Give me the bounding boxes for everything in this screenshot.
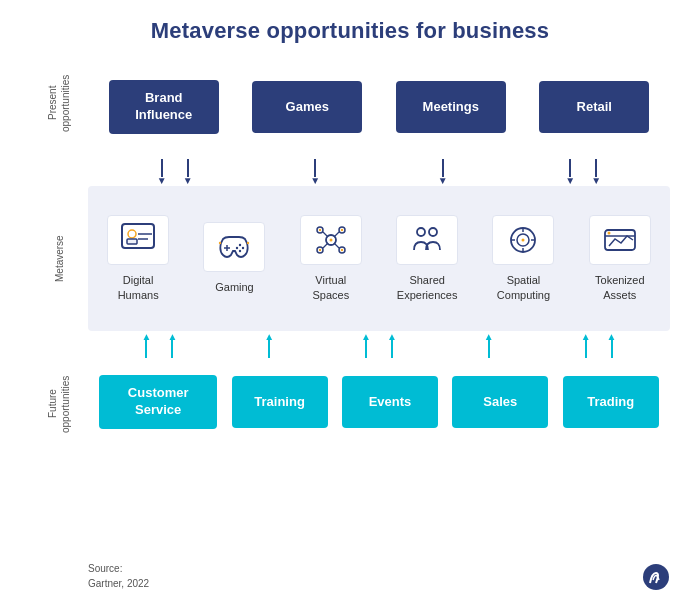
- arrow-down-group-meetings: [438, 159, 448, 186]
- digital-humans-label: DigitalHumans: [118, 273, 159, 302]
- present-box-retail: Retail: [539, 81, 649, 133]
- shared-experiences-label: SharedExperiences: [397, 273, 458, 302]
- shared-experiences-icon: [408, 222, 446, 258]
- tokenized-assets-icon: [601, 222, 639, 258]
- arrow-up-4: [361, 331, 371, 358]
- metaverse-item-spatial-computing: SpatialComputing: [478, 215, 568, 302]
- arrow-up-group-events: [361, 331, 397, 358]
- svg-point-31: [522, 239, 525, 242]
- svg-point-18: [341, 229, 343, 231]
- metaverse-content: DigitalHumans: [88, 186, 670, 331]
- arrow-up-3: [264, 331, 274, 358]
- svg-point-9: [239, 250, 241, 252]
- svg-point-38: [643, 564, 669, 590]
- gaming-label: Gaming: [215, 280, 254, 294]
- future-box-trading: Trading: [563, 376, 659, 428]
- main-container: Metaverse opportunities for business Pre…: [0, 0, 700, 603]
- arrows-up-row: [30, 331, 670, 369]
- footer: Source: Gartner, 2022: [30, 557, 670, 591]
- svg-point-8: [242, 247, 244, 249]
- future-box-customer-service: CustomerService: [99, 375, 217, 429]
- svg-point-7: [239, 244, 241, 246]
- future-row: Future opportunities CustomerService Tra…: [30, 369, 670, 439]
- svg-point-22: [341, 249, 343, 251]
- future-content: CustomerService Training Events Sales Tr…: [88, 369, 670, 439]
- page-title: Metaverse opportunities for business: [30, 18, 670, 44]
- present-box-meetings: Meetings: [396, 81, 506, 133]
- source-text: Source: Gartner, 2022: [88, 561, 149, 591]
- svg-line-23: [323, 232, 328, 237]
- arrow-up-group-training: [264, 331, 274, 358]
- present-label: Present opportunities: [30, 58, 88, 148]
- tokenized-assets-label: TokenizedAssets: [595, 273, 645, 302]
- svg-point-14: [329, 239, 332, 242]
- metaverse-item-shared-experiences: SharedExperiences: [382, 215, 472, 302]
- arrow-up-6: [484, 331, 494, 358]
- metaverse-icon-shared-experiences: [396, 215, 458, 265]
- svg-rect-2: [127, 239, 137, 244]
- arrow-up-group-trading: [581, 331, 617, 358]
- arrow-down-3: [310, 159, 320, 186]
- arrow-down-group-games: [310, 159, 320, 186]
- metaverse-icon-gaming: [203, 222, 265, 272]
- metaverse-item-tokenized-assets: TokenizedAssets: [575, 215, 665, 302]
- arrow-down-5: [565, 159, 575, 186]
- svg-point-10: [236, 247, 238, 249]
- present-box-games: Games: [252, 81, 362, 133]
- svg-line-26: [334, 243, 339, 248]
- future-box-events: Events: [342, 376, 438, 428]
- rows-container: Present opportunities BrandInfluence Gam…: [30, 58, 670, 553]
- svg-point-12: [247, 242, 249, 244]
- svg-point-27: [417, 228, 425, 236]
- arrow-up-8: [607, 331, 617, 358]
- arrow-down-group-retail: [565, 159, 601, 186]
- svg-point-37: [607, 232, 610, 235]
- metaverse-item-digital-humans: DigitalHumans: [93, 215, 183, 302]
- arrow-down-1: [157, 159, 167, 186]
- svg-point-16: [319, 229, 321, 231]
- future-label: Future opportunities: [30, 369, 88, 439]
- metaverse-icon-tokenized-assets: [589, 215, 651, 265]
- arrow-up-7: [581, 331, 591, 358]
- arrow-up-2: [167, 331, 177, 358]
- metaverse-item-gaming: Gaming: [189, 222, 279, 294]
- present-row: Present opportunities BrandInfluence Gam…: [30, 58, 670, 148]
- metaverse-label: Metaverse: [30, 186, 88, 331]
- spatial-computing-label: SpatialComputing: [497, 273, 550, 302]
- arrow-up-group-sales: [484, 331, 494, 358]
- logo-icon: [642, 563, 670, 591]
- svg-point-1: [128, 230, 136, 238]
- arrow-down-4: [438, 159, 448, 186]
- arrows-down-row: [30, 148, 670, 186]
- virtual-spaces-icon: [312, 222, 350, 258]
- metaverse-icon-digital-humans: [107, 215, 169, 265]
- arrow-up-5: [387, 331, 397, 358]
- present-content: BrandInfluence Games Meetings Retail: [88, 58, 670, 148]
- arrow-up-group-cs: [141, 331, 177, 358]
- arrow-down-6: [591, 159, 601, 186]
- metaverse-icon-spatial-computing: [492, 215, 554, 265]
- svg-point-28: [429, 228, 437, 236]
- gaming-icon: [215, 229, 253, 265]
- digital-human-icon: [119, 222, 157, 258]
- svg-line-25: [323, 243, 328, 248]
- arrow-down-2: [183, 159, 193, 186]
- metaverse-icon-virtual-spaces: [300, 215, 362, 265]
- present-box-brand: BrandInfluence: [109, 80, 219, 134]
- svg-point-20: [319, 249, 321, 251]
- spatial-computing-icon: [504, 222, 542, 258]
- metaverse-item-virtual-spaces: VirtualSpaces: [286, 215, 376, 302]
- virtual-spaces-label: VirtualSpaces: [312, 273, 349, 302]
- svg-line-24: [334, 232, 339, 237]
- svg-point-11: [219, 242, 221, 244]
- arrow-down-group-brand: [157, 159, 193, 186]
- metaverse-row: Metaverse DigitalHumans: [30, 186, 670, 331]
- future-box-training: Training: [232, 376, 328, 428]
- future-box-sales: Sales: [452, 376, 548, 428]
- arrow-up-1: [141, 331, 151, 358]
